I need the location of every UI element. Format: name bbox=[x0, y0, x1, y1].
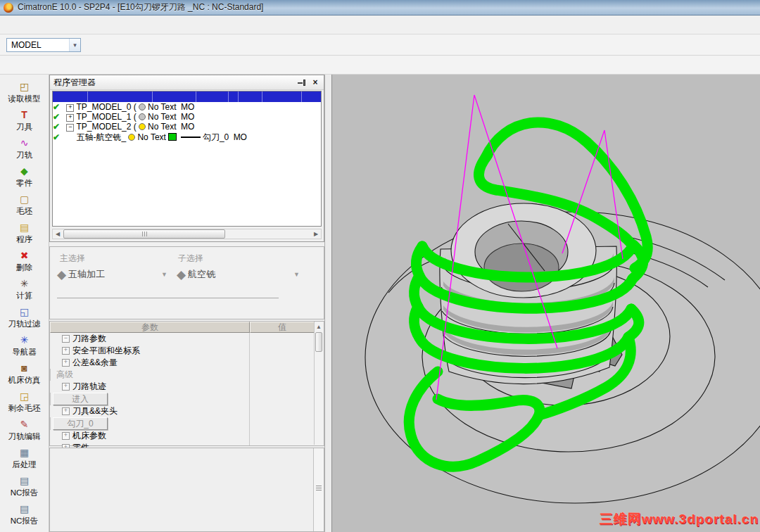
scrollbar-thumb[interactable] bbox=[315, 332, 322, 352]
app-logo-icon bbox=[4, 3, 13, 13]
viewport-3d[interactable]: 三维网www.3dportal.cn bbox=[332, 75, 760, 532]
expand-toggle[interactable]: − bbox=[66, 124, 74, 132]
toolbar-edit bbox=[0, 56, 760, 75]
parameter-row[interactable]: + 刀具&&夹头 勾刀_0 bbox=[50, 405, 324, 430]
menu-item[interactable] bbox=[193, 23, 208, 27]
column-header[interactable] bbox=[53, 91, 88, 102]
expand-toggle[interactable]: + bbox=[62, 432, 70, 440]
sub-selection-value: 航空铣 bbox=[188, 268, 290, 281]
scroll-right-icon[interactable]: ▶ bbox=[311, 231, 321, 237]
comment-cell: No Text bbox=[148, 102, 176, 112]
expand-toggle[interactable]: + bbox=[66, 114, 74, 122]
parameter-value-cell: 高级 bbox=[50, 369, 115, 381]
scrollbar-thumb[interactable] bbox=[63, 229, 225, 239]
parameter-row[interactable]: − 刀路参数 bbox=[50, 333, 324, 345]
pin-icon[interactable] bbox=[297, 78, 306, 87]
toolpath-name-cell[interactable]: −TP_MODEL_2 ( bbox=[62, 122, 145, 132]
machine-cell: MO bbox=[232, 132, 247, 142]
toolpath-name-cell[interactable]: +TP_MODEL_1 ( bbox=[62, 112, 145, 122]
expand-toggle[interactable]: + bbox=[62, 407, 70, 415]
menu-item[interactable] bbox=[7, 23, 23, 27]
toolbar-standard: MODEL ▾ bbox=[0, 34, 760, 56]
program-row[interactable]: ✔ +TP_MODEL_1 ( No Text MO bbox=[53, 112, 321, 122]
main-selection-value: 五轴加工 bbox=[68, 268, 158, 281]
toolpath-name: 五轴-航空铣_ bbox=[76, 132, 126, 142]
separator bbox=[57, 298, 279, 298]
parameter-row[interactable]: + 机床参数 bbox=[50, 430, 324, 442]
chevron-down-icon[interactable]: ▼ bbox=[158, 271, 171, 278]
main-selection-combo[interactable]: ◆ 五轴加工 ▼ bbox=[57, 266, 171, 283]
sidebar-item-label: 刀轨 bbox=[16, 150, 32, 160]
scroll-left-icon[interactable]: ◀ bbox=[53, 231, 63, 237]
model-selector[interactable]: MODEL ▾ bbox=[6, 38, 81, 52]
five-axis-icon: ◆ bbox=[57, 267, 66, 282]
chevron-down-icon[interactable]: ▼ bbox=[290, 271, 303, 278]
column-header[interactable] bbox=[196, 91, 229, 102]
menu-bar bbox=[0, 15, 760, 34]
parameter-label: 公差&&余量 bbox=[72, 357, 118, 369]
parameter-value-cell: 进入 bbox=[50, 393, 115, 405]
menu-item[interactable] bbox=[38, 23, 53, 27]
bulb-icon[interactable] bbox=[128, 134, 135, 141]
status-ok-icon: ✔ bbox=[53, 122, 60, 132]
expand-toggle[interactable]: + bbox=[66, 104, 74, 112]
menu-item[interactable] bbox=[162, 23, 177, 27]
menu-item[interactable] bbox=[53, 23, 69, 27]
column-header[interactable] bbox=[239, 91, 262, 102]
horizontal-scrollbar[interactable]: ◀ ▶ bbox=[52, 229, 322, 239]
column-header[interactable] bbox=[153, 91, 196, 102]
expand-toggle[interactable]: + bbox=[62, 347, 70, 355]
column-header[interactable] bbox=[262, 91, 302, 102]
parameter-value[interactable]: 勾刀_0 bbox=[53, 417, 108, 430]
menu-item[interactable] bbox=[177, 23, 193, 27]
read-model-icon: ◰ bbox=[20, 81, 29, 93]
title-bar: CimatronE 10.0 - SP2P4 - [E10勾刀锣牙刀路 _NC … bbox=[0, 0, 760, 15]
bulb-icon[interactable] bbox=[139, 113, 146, 120]
sidebar-item-label: 计算 bbox=[16, 291, 32, 301]
scroll-up-icon[interactable]: ▲ bbox=[315, 322, 323, 331]
parameter-label-zone: + 刀路轨迹 bbox=[50, 381, 324, 393]
watermark: 三维网www.3dportal.cn bbox=[600, 510, 759, 528]
parameters-column-header[interactable]: 参数 bbox=[50, 322, 250, 333]
vertical-scrollbar[interactable]: ▲ bbox=[314, 322, 323, 445]
calculate-icon: ✳ bbox=[20, 278, 29, 290]
menu-item[interactable] bbox=[115, 23, 131, 27]
column-header[interactable] bbox=[229, 91, 239, 102]
program-row[interactable]: ✔ −TP_MODEL_2 ( No Text MO bbox=[53, 122, 321, 132]
main-content: ◰ 读取模型 T 刀具 ∿ 刀轨 ◆ 零件 ▢ 毛坯 ▤ 程序 ✖ 删除 ✳ bbox=[0, 75, 760, 532]
menu-item[interactable] bbox=[84, 23, 100, 27]
menu-item[interactable] bbox=[23, 23, 38, 27]
menu-item[interactable] bbox=[131, 23, 146, 27]
comment-cell: No Text bbox=[148, 112, 176, 122]
menu-item[interactable] bbox=[146, 23, 162, 27]
toolpath-icon: ∿ bbox=[20, 137, 29, 149]
sub-selection-combo[interactable]: ◆ 航空铣 ▼ bbox=[177, 266, 303, 283]
parameter-row[interactable]: + 安全平面和坐标系 bbox=[50, 345, 324, 357]
parameter-value[interactable]: 进入 bbox=[53, 393, 108, 405]
column-header[interactable] bbox=[88, 91, 153, 102]
expand-toggle[interactable]: − bbox=[62, 335, 70, 343]
menu-item[interactable] bbox=[69, 23, 84, 27]
expand-toggle[interactable]: + bbox=[62, 359, 70, 367]
panel-title: 程序管理器 bbox=[53, 77, 297, 89]
toolpath-name-cell[interactable]: +TP_MODEL_0 ( bbox=[62, 102, 145, 112]
bulb-icon[interactable] bbox=[139, 123, 146, 130]
column-header[interactable] bbox=[302, 91, 322, 102]
toolpath-name-cell[interactable]: 五轴-航空铣_ bbox=[62, 132, 135, 142]
program-row[interactable]: ✔ 五轴-航空铣_ No Text 勾刀_0 MO bbox=[53, 132, 321, 144]
parameter-row[interactable]: + 公差&&余量 高级 bbox=[50, 357, 324, 381]
panel-splitter[interactable] bbox=[324, 75, 332, 532]
menu-item[interactable] bbox=[100, 23, 115, 27]
bulb-icon[interactable] bbox=[139, 103, 146, 110]
nc-sidebar: ◰ 读取模型 T 刀具 ∿ 刀轨 ◆ 零件 ▢ 毛坯 ▤ 程序 ✖ 删除 ✳ bbox=[0, 75, 49, 532]
parameter-row[interactable]: + 刀路轨迹 进入 bbox=[50, 381, 324, 405]
parameter-value[interactable]: 高级 bbox=[51, 369, 73, 381]
splitter-grip[interactable] bbox=[316, 486, 322, 490]
parameter-label: 机床参数 bbox=[72, 430, 106, 442]
close-icon[interactable]: × bbox=[310, 77, 320, 87]
program-row[interactable]: ✔ +TP_MODEL_0 ( No Text MO bbox=[53, 102, 321, 112]
parameter-label-zone: + 刀具&&夹头 bbox=[50, 405, 324, 417]
value-column-header[interactable]: 值 bbox=[250, 322, 315, 333]
expand-toggle[interactable]: + bbox=[62, 383, 70, 391]
chevron-down-icon[interactable]: ▾ bbox=[69, 39, 80, 51]
